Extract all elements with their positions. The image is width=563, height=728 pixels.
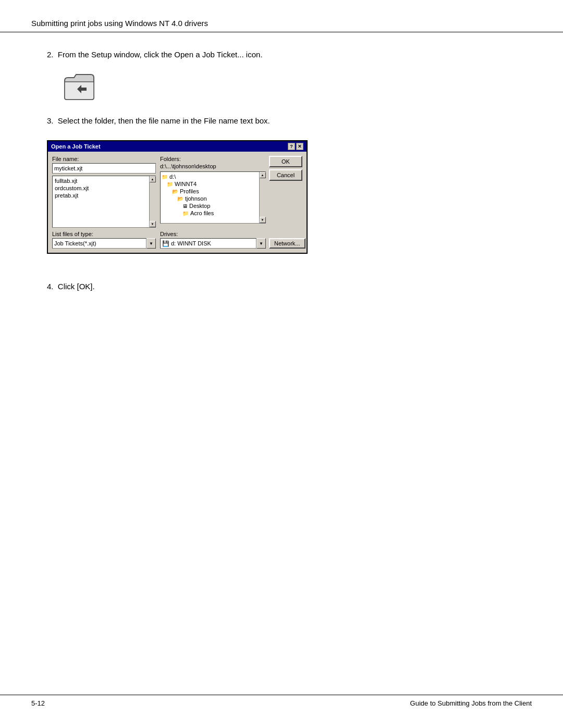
guide-text: Guide to Submitting Jobs from the Client	[410, 699, 532, 707]
folder-item-winnt4[interactable]: 📁 WINNT4	[162, 180, 258, 188]
page-number: 5-12	[31, 699, 45, 707]
file-name-label: File name:	[52, 156, 156, 162]
dialog-left-column: File name: fulltab.xjt ordcustom.xjt pre…	[52, 156, 159, 228]
list-item[interactable]: fulltab.xjt	[54, 177, 148, 184]
folders-scrollbar[interactable]: ▲ ▼	[259, 172, 265, 223]
folder-open-icon: 📂	[172, 189, 178, 194]
folders-label: Folders:	[160, 156, 266, 162]
file-list-inner: fulltab.xjt ordcustom.xjt pretab.xjt	[53, 176, 149, 227]
scrollbar-up-btn[interactable]: ▲	[150, 176, 156, 182]
folder-item-profiles[interactable]: 📂 Profiles	[162, 188, 258, 195]
dialog-titlebar: Open a Job Ticket ? ✕	[48, 141, 307, 152]
network-button[interactable]: Network...	[269, 238, 305, 249]
folder-closed-icon: 📁	[167, 181, 173, 187]
drives-value[interactable]: 💾 d: WINNT DISK	[160, 238, 256, 249]
folder-item-label: tjohnson	[185, 195, 207, 202]
dialog-body: File name: fulltab.xjt ordcustom.xjt pre…	[48, 152, 307, 231]
folder-item-drive[interactable]: 📁 d:\	[162, 173, 258, 180]
drives-display: d: WINNT DISK	[171, 240, 211, 246]
icon-area	[63, 70, 532, 101]
list-files-dropdown-wrapper: Job Tickets(*.xjt) ▼	[52, 238, 156, 249]
scrollbar-down-btn[interactable]: ▼	[150, 221, 156, 227]
page-container: Submitting print jobs using Windows NT 4…	[0, 0, 563, 728]
list-item[interactable]: ordcustom.xjt	[54, 184, 148, 192]
list-files-value[interactable]: Job Tickets(*.xjt)	[52, 238, 146, 249]
folders-list-inner: 📁 d:\ 📁 WINNT4 📂 Prof	[161, 172, 259, 223]
dialog-box: Open a Job Ticket ? ✕ File name:	[47, 140, 308, 254]
folder-item-acrofiles[interactable]: 📁 Acro files	[162, 209, 258, 217]
drive-icon: 📁	[162, 174, 168, 180]
dialog-right-column: Folders: d:\...\tjohnson\desktop 📁 d:\	[159, 156, 266, 228]
list-files-type-section: List files of type: Job Tickets(*.xjt) ▼	[52, 231, 159, 249]
page-footer: 5-12 Guide to Submitting Jobs from the C…	[0, 695, 563, 711]
drives-dropdown-btn[interactable]: ▼	[256, 238, 266, 249]
folders-list-box: 📁 d:\ 📁 WINNT4 📂 Prof	[160, 171, 266, 224]
folder-item-label: Desktop	[189, 203, 210, 209]
list-item[interactable]: pretab.xjt	[54, 192, 148, 199]
ok-button[interactable]: OK	[269, 156, 302, 167]
step3-text: 3. Select the folder, then the file name…	[47, 115, 532, 127]
drives-label: Drives:	[160, 231, 266, 237]
folder-item-label: Acro files	[190, 210, 214, 216]
step-3: 3. Select the folder, then the file name…	[47, 115, 532, 267]
folder-item-label: Profiles	[180, 188, 199, 194]
folder-item-label: WINNT4	[175, 181, 197, 187]
folder-desktop-icon: 🖥	[182, 203, 188, 209]
dialog-help-button[interactable]: ?	[288, 143, 295, 150]
folder-item-tjohnson[interactable]: 📂 tjohnson	[162, 195, 258, 202]
file-list-scrollbar[interactable]: ▲ ▼	[149, 176, 155, 227]
folder-item-desktop[interactable]: 🖥 Desktop	[162, 202, 258, 209]
dialog-close-button[interactable]: ✕	[296, 143, 303, 150]
file-name-input[interactable]	[52, 163, 156, 174]
step-2: 2. From the Setup window, click the Open…	[47, 49, 532, 101]
page-header-title: Submitting print jobs using Windows NT 4…	[31, 19, 208, 28]
list-files-label: List files of type:	[52, 231, 156, 237]
open-job-ticket-icon	[63, 70, 96, 101]
file-list-box: fulltab.xjt ordcustom.xjt pretab.xjt ▲ ▼	[52, 176, 156, 228]
drives-section: Drives: 💾 d: WINNT DISK ▼	[159, 231, 266, 249]
folder-closed-icon: 📁	[182, 211, 189, 216]
cancel-button[interactable]: Cancel	[269, 169, 302, 181]
dialog-titlebar-buttons: ? ✕	[288, 143, 303, 150]
scrollbar-track	[150, 182, 156, 221]
dialog-container: Open a Job Ticket ? ✕ File name:	[47, 140, 308, 254]
page-header: Submitting print jobs using Windows NT 4…	[0, 0, 563, 32]
dialog-title: Open a Job Ticket	[51, 143, 101, 150]
step4-text: 4. Click [OK].	[47, 281, 532, 293]
drives-dropdown-wrapper: 💾 d: WINNT DISK ▼	[160, 238, 266, 249]
drive-disk-icon: 💾	[162, 240, 169, 247]
list-files-dropdown-btn[interactable]: ▼	[146, 238, 156, 249]
step-4: 4. Click [OK].	[47, 281, 532, 293]
dialog-buttons-column: OK Cancel	[266, 156, 302, 228]
step2-text: 2. From the Setup window, click the Open…	[47, 49, 532, 61]
folder-open-icon: 📂	[177, 196, 183, 202]
scrollbar-track	[260, 178, 266, 217]
folder-item-label: d:\	[169, 174, 176, 180]
scrollbar-up-btn[interactable]: ▲	[260, 172, 266, 178]
network-btn-col: Network...	[266, 231, 302, 249]
dialog-bottom-section: List files of type: Job Tickets(*.xjt) ▼…	[48, 231, 307, 253]
content-area: 2. From the Setup window, click the Open…	[0, 49, 563, 339]
folders-path: d:\...\tjohnson\desktop	[160, 163, 266, 169]
scrollbar-down-btn[interactable]: ▼	[260, 217, 266, 223]
folder-icon-svg	[63, 70, 96, 101]
